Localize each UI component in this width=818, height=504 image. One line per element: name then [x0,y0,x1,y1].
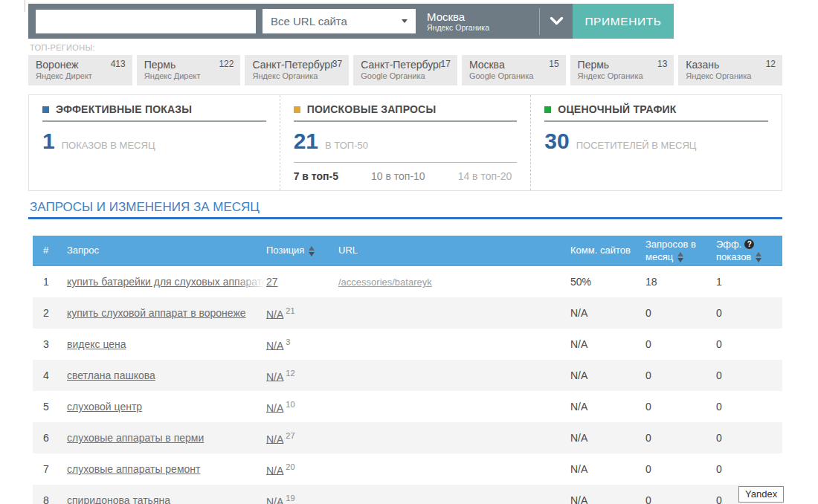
query-link[interactable]: слуховые аппараты ремонт [67,463,200,475]
position-cell: N/A12 [266,369,338,383]
region-chip[interactable]: Санкт-Петербург17Google Органика [353,55,457,85]
position-link[interactable]: N/A [266,339,283,351]
region-source: Яндекс Органика [427,23,489,32]
sort-monthly-control[interactable] [677,252,683,262]
monthly-cell: 0 [645,463,716,475]
stat-divider [294,120,518,122]
query-cell: слуховые аппараты в перми [67,432,266,444]
chip-region-name: Пермь [578,59,668,71]
chip-source: Яндекс Органика [578,71,668,80]
query-cell: купить слуховой аппарат в воронеже [67,307,266,319]
sort-up-icon [756,252,761,256]
region-chip[interactable]: Москва15Google Органика [462,55,566,85]
layout-divider [25,0,25,12]
url-link[interactable]: /accessories/batareyk [338,277,432,288]
region-chip[interactable]: Пермь122Яндекс Директ [137,55,241,85]
stat-title: ОЦЕНОЧНЫЙ ТРАФИК [558,103,676,115]
url-filter-select[interactable]: Все URL сайта [263,9,416,33]
stat-panel-effective-impressions: ЭФФЕКТИВНЫЕ ПОКАЗЫ 1 ПОКАЗОВ В МЕСЯЦ [29,95,280,190]
queries-table: # Запрос Позиция URL Комм. сайтов Запрос… [33,236,782,504]
query-link[interactable]: купить батарейки для слуховых аппаратов [67,276,266,288]
table-row: 3видекс ценаN/A3N/A00 [33,329,782,360]
table-row: 2купить слуховой аппарат в воронежеN/A21… [33,297,782,329]
region-chip[interactable]: Санкт-Петербург37Яндекс Органика [245,55,349,85]
header-url: URL [338,245,570,257]
yandex-tooltip: Yandex [738,486,784,503]
help-icon[interactable]: ? [744,239,754,249]
eff-cell: 0 [716,369,782,381]
query-link[interactable]: купить слуховой аппарат в воронеже [67,307,246,319]
position-cell: N/A3 [266,337,338,352]
monthly-cell: 0 [645,369,716,381]
query-cell: светлана пашкова [67,369,266,381]
chip-source: Яндекс Органика [252,71,342,80]
position-change: 20 [286,462,294,471]
table-row: 5слуховой центрN/A10N/A00 [33,391,782,422]
position-link[interactable]: N/A [266,433,283,445]
row-number: 8 [33,494,67,504]
stat-value: 1 [42,130,55,152]
position-cell: N/A21 [266,306,338,320]
position-change: 3 [286,337,290,346]
sort-down-icon [309,252,315,256]
commercial-cell: N/A [570,432,645,444]
position-link[interactable]: N/A [266,308,283,320]
region-chip[interactable]: Воронеж413Яндекс Директ [28,55,132,85]
stat-title: ПОИСКОВЫЕ ЗАПРОСЫ [307,103,437,115]
header-query: Запрос [67,245,266,257]
row-number: 3 [33,338,67,350]
sort-down-icon [756,258,761,262]
query-link[interactable]: светлана пашкова [67,369,155,381]
search-input[interactable] [36,10,256,33]
chip-region-name: Казань [686,59,776,71]
query-cell: слуховые аппараты ремонт [67,463,266,475]
position-cell: N/A19 [266,494,338,504]
header-commercial: Комм. сайтов [570,245,645,257]
commercial-cell: 50% [570,276,645,288]
monthly-cell: 0 [645,401,716,413]
position-link[interactable]: N/A [266,370,283,382]
region-chip[interactable]: Казань12Яндекс Органика [678,55,782,85]
row-number: 4 [33,369,67,381]
stat-divider [42,120,266,122]
commercial-cell: N/A [570,494,645,504]
query-link[interactable]: слуховой центр [67,401,142,413]
stat-label: ПОСЕТИТЕЛЕЙ В МЕСЯЦ [576,140,697,151]
chip-source: Google Органика [361,71,451,80]
chip-count: 13 [657,59,667,69]
chip-region-name: Москва [469,59,559,71]
region-selector-value: Москва Яндекс Органика [427,10,489,32]
query-link[interactable]: видекс цена [67,338,126,350]
sort-position-control[interactable] [309,246,315,256]
region-name: Москва [427,10,489,23]
orange-square-icon [294,106,300,113]
position-link[interactable]: N/A [266,464,283,476]
sort-up-icon [309,246,315,251]
chip-source: Яндекс Директ [144,71,234,80]
sort-down-icon [677,258,683,262]
sort-eff-control[interactable] [756,252,761,262]
region-dropdown-button[interactable] [540,4,573,39]
eff-cell: 0 [716,338,782,350]
position-link[interactable]: N/A [266,401,283,413]
stat-value: 21 [294,130,318,152]
table-body: 1купить батарейки для слуховых аппаратов… [33,266,782,504]
query-link[interactable]: слуховые аппараты в перми [67,432,204,444]
eff-cell: 0 [716,463,782,475]
stat-divider [544,120,768,122]
apply-button[interactable]: ПРИМЕНИТЬ [573,4,674,39]
stat-panel-estimated-traffic: ОЦЕНОЧНЫЙ ТРАФИК 30 ПОСЕТИТЕЛЕЙ В МЕСЯЦ [531,95,782,190]
chip-count: 122 [219,59,234,69]
green-square-icon [544,106,551,113]
position-link[interactable]: 27 [266,276,278,288]
position-change: 12 [286,369,294,378]
commercial-cell: N/A [570,463,645,475]
region-chip[interactable]: Пермь13Яндекс Органика [570,55,674,85]
table-row: 1купить батарейки для слуховых аппаратов… [33,266,782,297]
eff-cell: 0 [716,307,782,319]
monthly-cell: 0 [645,432,716,444]
stat-value: 30 [544,130,569,152]
chip-region-name: Санкт-Петербург [252,59,342,71]
chip-count: 17 [441,59,451,69]
table-row: 6слуховые аппараты в пермиN/A27N/A00 [33,422,782,453]
